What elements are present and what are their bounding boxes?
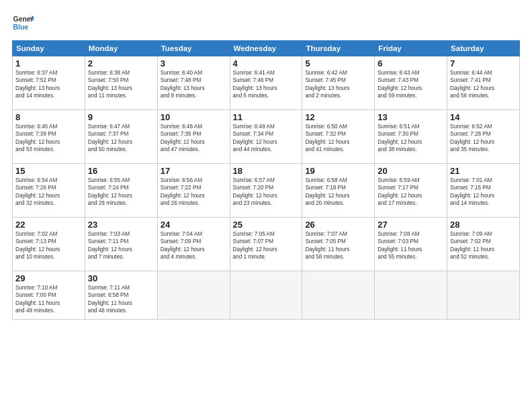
day-info: Sunrise: 6:42 AM Sunset: 7:45 PM Dayligh… (305, 69, 371, 100)
day-info: Sunrise: 7:07 AM Sunset: 7:05 PM Dayligh… (305, 230, 371, 261)
weekday-header: Friday (375, 41, 447, 56)
weekday-header: Monday (85, 41, 157, 56)
weekday-header: Tuesday (157, 41, 230, 56)
weekday-header: Saturday (447, 41, 520, 56)
day-info: Sunrise: 6:50 AM Sunset: 7:32 PM Dayligh… (305, 123, 371, 154)
day-number: 24 (161, 220, 227, 230)
day-info: Sunrise: 7:05 AM Sunset: 7:07 PM Dayligh… (233, 230, 300, 261)
day-number: 2 (88, 58, 154, 68)
day-info: Sunrise: 6:55 AM Sunset: 7:24 PM Dayligh… (88, 177, 154, 208)
day-number: 13 (378, 112, 444, 122)
calendar-cell: 15Sunrise: 6:54 AM Sunset: 7:26 PM Dayli… (13, 164, 85, 218)
day-info: Sunrise: 6:43 AM Sunset: 7:43 PM Dayligh… (378, 69, 444, 100)
day-number: 29 (15, 273, 82, 283)
calendar-cell: 5Sunrise: 6:42 AM Sunset: 7:45 PM Daylig… (302, 56, 375, 110)
day-info: Sunrise: 6:52 AM Sunset: 7:28 PM Dayligh… (450, 123, 517, 154)
day-info: Sunrise: 6:56 AM Sunset: 7:22 PM Dayligh… (161, 177, 227, 208)
day-number: 5 (305, 58, 371, 68)
day-info: Sunrise: 7:10 AM Sunset: 7:00 PM Dayligh… (15, 284, 82, 315)
weekday-header: Sunday (13, 41, 85, 56)
day-number: 9 (88, 112, 154, 122)
day-number: 10 (161, 112, 227, 122)
day-number: 14 (450, 112, 517, 122)
day-number: 8 (15, 112, 82, 122)
day-info: Sunrise: 6:47 AM Sunset: 7:37 PM Dayligh… (88, 123, 154, 154)
day-number: 27 (378, 220, 444, 230)
calendar-cell (447, 271, 520, 320)
calendar-table: SundayMondayTuesdayWednesdayThursdayFrid… (12, 40, 520, 320)
calendar-cell: 14Sunrise: 6:52 AM Sunset: 7:28 PM Dayli… (447, 110, 520, 164)
day-number: 16 (88, 166, 154, 176)
day-number: 28 (450, 220, 517, 230)
calendar-cell: 8Sunrise: 6:45 AM Sunset: 7:39 PM Daylig… (13, 110, 85, 164)
day-info: Sunrise: 6:59 AM Sunset: 7:17 PM Dayligh… (378, 177, 444, 208)
day-number: 12 (305, 112, 371, 122)
day-info: Sunrise: 6:38 AM Sunset: 7:50 PM Dayligh… (88, 69, 154, 100)
day-number: 7 (450, 58, 517, 68)
calendar-cell (375, 271, 447, 320)
day-number: 26 (305, 220, 371, 230)
calendar-cell: 1Sunrise: 6:37 AM Sunset: 7:52 PM Daylig… (13, 56, 85, 110)
calendar-cell: 30Sunrise: 7:11 AM Sunset: 6:58 PM Dayli… (85, 271, 157, 320)
calendar-cell: 2Sunrise: 6:38 AM Sunset: 7:50 PM Daylig… (85, 56, 157, 110)
day-number: 18 (233, 166, 300, 176)
day-number: 22 (15, 220, 82, 230)
calendar-cell: 23Sunrise: 7:03 AM Sunset: 7:11 PM Dayli… (85, 218, 157, 271)
calendar-cell (157, 271, 230, 320)
day-info: Sunrise: 7:04 AM Sunset: 7:09 PM Dayligh… (161, 230, 227, 261)
calendar-cell: 16Sunrise: 6:55 AM Sunset: 7:24 PM Dayli… (85, 164, 157, 218)
day-number: 25 (233, 220, 300, 230)
calendar-cell: 27Sunrise: 7:08 AM Sunset: 7:03 PM Dayli… (375, 218, 447, 271)
page: General Blue SundayMondayTuesdayWednesda… (0, 0, 532, 411)
calendar-cell: 17Sunrise: 6:56 AM Sunset: 7:22 PM Dayli… (157, 164, 230, 218)
day-info: Sunrise: 7:09 AM Sunset: 7:02 PM Dayligh… (450, 230, 517, 261)
day-info: Sunrise: 6:58 AM Sunset: 7:18 PM Dayligh… (305, 177, 371, 208)
svg-text:Blue: Blue (13, 24, 29, 31)
day-number: 15 (15, 166, 82, 176)
day-info: Sunrise: 6:51 AM Sunset: 7:30 PM Dayligh… (378, 123, 444, 154)
day-info: Sunrise: 6:40 AM Sunset: 7:48 PM Dayligh… (161, 69, 227, 100)
day-info: Sunrise: 7:11 AM Sunset: 6:58 PM Dayligh… (88, 284, 154, 315)
calendar-cell: 6Sunrise: 6:43 AM Sunset: 7:43 PM Daylig… (375, 56, 447, 110)
day-number: 6 (378, 58, 444, 68)
day-info: Sunrise: 7:02 AM Sunset: 7:13 PM Dayligh… (15, 230, 82, 261)
day-number: 20 (378, 166, 444, 176)
header: General Blue (12, 12, 520, 34)
day-info: Sunrise: 6:49 AM Sunset: 7:34 PM Dayligh… (233, 123, 300, 154)
day-info: Sunrise: 6:54 AM Sunset: 7:26 PM Dayligh… (15, 177, 82, 208)
calendar-cell: 18Sunrise: 6:57 AM Sunset: 7:20 PM Dayli… (230, 164, 302, 218)
day-info: Sunrise: 6:41 AM Sunset: 7:46 PM Dayligh… (233, 69, 300, 100)
day-info: Sunrise: 6:57 AM Sunset: 7:20 PM Dayligh… (233, 177, 300, 208)
calendar-cell: 13Sunrise: 6:51 AM Sunset: 7:30 PM Dayli… (375, 110, 447, 164)
calendar-cell: 10Sunrise: 6:48 AM Sunset: 7:35 PM Dayli… (157, 110, 230, 164)
calendar-cell: 26Sunrise: 7:07 AM Sunset: 7:05 PM Dayli… (302, 218, 375, 271)
calendar-cell: 24Sunrise: 7:04 AM Sunset: 7:09 PM Dayli… (157, 218, 230, 271)
calendar-cell (230, 271, 302, 320)
weekday-header: Wednesday (230, 41, 302, 56)
day-number: 17 (161, 166, 227, 176)
calendar-cell: 20Sunrise: 6:59 AM Sunset: 7:17 PM Dayli… (375, 164, 447, 218)
day-number: 23 (88, 220, 154, 230)
calendar-cell: 28Sunrise: 7:09 AM Sunset: 7:02 PM Dayli… (447, 218, 520, 271)
day-info: Sunrise: 6:44 AM Sunset: 7:41 PM Dayligh… (450, 69, 517, 100)
day-info: Sunrise: 6:48 AM Sunset: 7:35 PM Dayligh… (161, 123, 227, 154)
day-number: 30 (88, 273, 154, 283)
calendar-cell: 22Sunrise: 7:02 AM Sunset: 7:13 PM Dayli… (13, 218, 85, 271)
calendar-cell: 29Sunrise: 7:10 AM Sunset: 7:00 PM Dayli… (13, 271, 85, 320)
day-number: 19 (305, 166, 371, 176)
calendar-cell: 9Sunrise: 6:47 AM Sunset: 7:37 PM Daylig… (85, 110, 157, 164)
day-number: 3 (161, 58, 227, 68)
calendar-cell: 19Sunrise: 6:58 AM Sunset: 7:18 PM Dayli… (302, 164, 375, 218)
weekday-header: Thursday (302, 41, 375, 56)
calendar-cell: 3Sunrise: 6:40 AM Sunset: 7:48 PM Daylig… (157, 56, 230, 110)
day-info: Sunrise: 6:45 AM Sunset: 7:39 PM Dayligh… (15, 123, 82, 154)
calendar-cell (302, 271, 375, 320)
calendar-cell: 12Sunrise: 6:50 AM Sunset: 7:32 PM Dayli… (302, 110, 375, 164)
day-number: 21 (450, 166, 517, 176)
day-number: 1 (15, 58, 82, 68)
day-number: 11 (233, 112, 300, 122)
day-info: Sunrise: 7:08 AM Sunset: 7:03 PM Dayligh… (378, 230, 444, 261)
calendar-cell: 25Sunrise: 7:05 AM Sunset: 7:07 PM Dayli… (230, 218, 302, 271)
logo-icon: General Blue (12, 12, 34, 34)
day-info: Sunrise: 6:37 AM Sunset: 7:52 PM Dayligh… (15, 69, 82, 100)
